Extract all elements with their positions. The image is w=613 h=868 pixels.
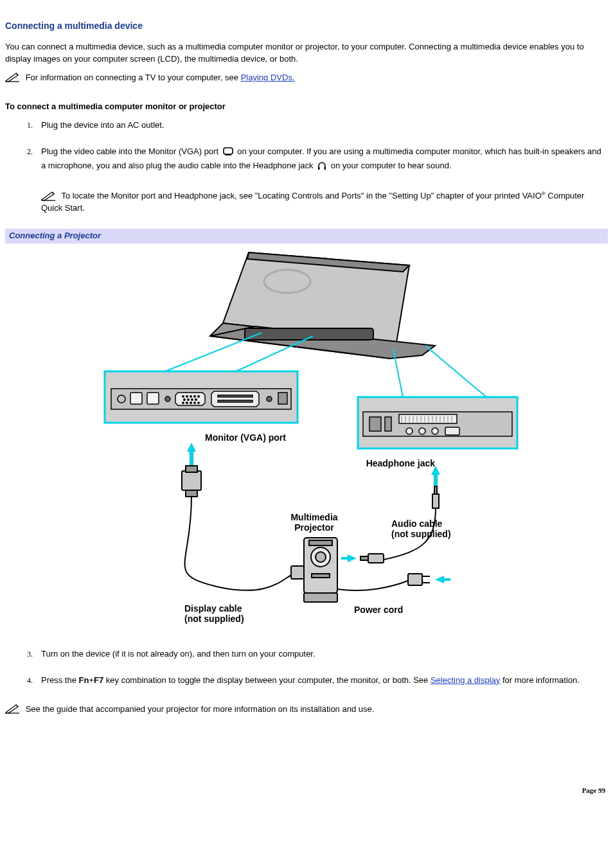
- step-text: Plug the device into an AC outlet.: [41, 120, 164, 130]
- svg-point-18: [182, 396, 184, 397]
- svg-rect-68: [304, 593, 337, 602]
- svg-point-31: [198, 402, 199, 403]
- step-text: for more information.: [500, 675, 580, 685]
- key-fn: Fn: [79, 675, 89, 685]
- section-heading: Connecting a multimedia device: [5, 19, 608, 32]
- svg-point-27: [182, 402, 184, 403]
- svg-rect-60: [186, 466, 197, 472]
- svg-point-30: [194, 402, 195, 403]
- fig-label-headphone: Headphone jack: [364, 457, 435, 470]
- svg-point-57: [432, 428, 438, 434]
- svg-rect-16: [147, 393, 159, 404]
- intro-paragraph: You can connect a multimedia device, suc…: [5, 41, 608, 66]
- tv-note-text: For information on connecting a TV to yo…: [26, 73, 241, 82]
- note-icon: [5, 72, 21, 82]
- projector-diagram: Monitor (VGA) port Headphone jack Multim…: [88, 246, 525, 629]
- step-text: Press the: [41, 675, 79, 685]
- note-icon: [5, 704, 21, 714]
- step-item: Press the Fn+F7 key combination to toggl…: [35, 675, 608, 687]
- monitor-port-icon: [222, 146, 234, 161]
- step-item: Plug the video cable into the Monitor (V…: [35, 146, 608, 215]
- svg-rect-63: [432, 494, 439, 508]
- tv-note: For information on connecting a TV to yo…: [5, 72, 608, 84]
- step-text: +: [89, 675, 94, 685]
- locate-note: To locate the Monitor port and Headphone…: [41, 190, 608, 215]
- svg-point-34: [267, 396, 272, 402]
- step-text: on your computer to hear sound.: [331, 161, 452, 170]
- svg-rect-62: [291, 566, 304, 579]
- svg-point-55: [406, 428, 413, 434]
- svg-point-20: [190, 396, 191, 397]
- page-number: Page 99: [5, 786, 608, 796]
- svg-line-11: [425, 346, 486, 397]
- svg-point-70: [315, 552, 326, 562]
- svg-rect-58: [445, 427, 459, 435]
- svg-rect-4: [324, 167, 326, 170]
- steps-list-cont: Turn on the device (if it is not already…: [5, 648, 608, 687]
- svg-point-56: [419, 428, 425, 434]
- svg-point-28: [186, 402, 188, 403]
- svg-point-29: [190, 402, 191, 403]
- svg-rect-3: [318, 167, 320, 170]
- step-text: key combination to toggle the display be…: [103, 675, 431, 685]
- step-text: Turn on the device (if it is not already…: [41, 649, 315, 659]
- subheading: To connect a multimedia computer monitor…: [5, 101, 608, 113]
- steps-list: Plug the device into an AC outlet. Plug …: [5, 120, 608, 215]
- svg-point-26: [195, 399, 197, 400]
- svg-rect-72: [309, 540, 332, 545]
- svg-rect-59: [182, 471, 201, 490]
- fig-label-projector: MultimediaProjector: [282, 512, 346, 533]
- fig-label-audio: Audio cable(not supplied): [391, 518, 451, 539]
- step-item: Turn on the device (if it is not already…: [35, 648, 608, 660]
- note-text: See the guide that accompanied your proj…: [26, 704, 375, 714]
- svg-point-17: [165, 396, 170, 402]
- selecting-display-link[interactable]: Selecting a display: [431, 675, 500, 685]
- svg-point-24: [188, 399, 189, 400]
- note-icon: [41, 191, 57, 201]
- svg-rect-61: [186, 490, 197, 497]
- playing-dvds-link[interactable]: Playing DVDs.: [241, 73, 295, 82]
- svg-point-19: [186, 396, 188, 397]
- svg-rect-73: [408, 574, 422, 585]
- note-text: To locate the Monitor port and Headphone…: [61, 191, 541, 201]
- headphone-jack-icon: [317, 161, 327, 175]
- step-item: Plug the device into an AC outlet.: [35, 120, 608, 132]
- svg-rect-35: [278, 393, 287, 404]
- svg-rect-38: [369, 417, 381, 431]
- final-note: See the guide that accompanied your proj…: [5, 704, 608, 716]
- svg-rect-65: [368, 554, 384, 563]
- svg-point-23: [184, 399, 185, 400]
- fig-label-power: Power cord: [354, 603, 403, 616]
- fig-label-display: Display cable(not supplied): [184, 603, 244, 624]
- svg-point-25: [191, 399, 193, 400]
- fig-label-vga: Monitor (VGA) port: [205, 431, 286, 444]
- step-text: Plug the video cable into the Monitor (V…: [41, 146, 221, 156]
- svg-rect-64: [434, 486, 437, 494]
- svg-point-22: [198, 396, 199, 397]
- svg-rect-66: [360, 556, 368, 560]
- svg-rect-33: [218, 400, 253, 402]
- svg-point-21: [194, 396, 195, 397]
- svg-rect-15: [130, 393, 142, 404]
- svg-rect-32: [218, 395, 253, 397]
- svg-rect-71: [312, 574, 330, 578]
- svg-rect-39: [385, 417, 391, 431]
- key-f7: F7: [94, 675, 103, 685]
- svg-rect-1: [224, 148, 233, 154]
- figure-caption-bar: Connecting a Projector: [5, 229, 608, 244]
- figure-container: Monitor (VGA) port Headphone jack Multim…: [5, 246, 608, 629]
